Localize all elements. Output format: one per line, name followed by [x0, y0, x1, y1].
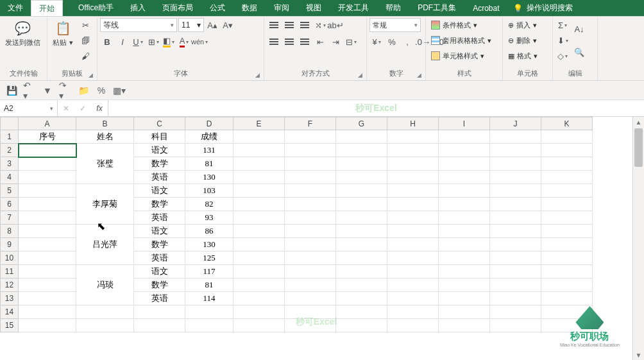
cell-I9[interactable]: [439, 238, 490, 252]
phonetic-button[interactable]: wén: [192, 35, 207, 49]
undo-button[interactable]: ↶ ▾: [23, 84, 36, 97]
cell-C2[interactable]: 语文: [134, 144, 185, 157]
cell-C1[interactable]: 科目: [134, 130, 185, 144]
cell-E8[interactable]: [233, 225, 285, 238]
cell-E5[interactable]: [233, 184, 285, 198]
cell-I6[interactable]: [439, 198, 490, 211]
cell-H10[interactable]: [387, 252, 439, 265]
cell-J8[interactable]: [490, 225, 541, 238]
cell-F5[interactable]: [285, 184, 336, 198]
cell-B5[interactable]: 李厚菊: [76, 184, 134, 225]
cell-K9[interactable]: [541, 238, 593, 252]
cell-C13[interactable]: 英语: [134, 292, 185, 305]
send-to-wechat-button[interactable]: 💬 发送到微信: [3, 18, 43, 47]
cell-C3[interactable]: 数学: [134, 157, 185, 171]
cell-H1[interactable]: [387, 130, 439, 144]
cell-D13[interactable]: 114: [185, 292, 233, 305]
cell-E1[interactable]: [233, 130, 285, 144]
format-painter-button[interactable]: 🖌: [78, 49, 92, 63]
wrap-text-button[interactable]: ab↵: [328, 18, 343, 32]
cell-C4[interactable]: 英语: [134, 171, 185, 184]
cut-button[interactable]: ✂: [78, 18, 92, 32]
format-cells-button[interactable]: ▦格式 ▾: [505, 49, 540, 63]
cell-I11[interactable]: [439, 265, 490, 279]
cell-K4[interactable]: [541, 171, 593, 184]
tab-insert[interactable]: 插入: [124, 3, 152, 13]
row-header-15[interactable]: 15: [1, 319, 19, 332]
cell-D15[interactable]: [185, 319, 233, 332]
conditional-format-button[interactable]: 条件格式 ▾: [428, 18, 480, 32]
cell-G1[interactable]: [336, 130, 387, 144]
cell-D11[interactable]: 117: [185, 265, 233, 279]
cell-I13[interactable]: [439, 292, 490, 305]
tab-office-helper[interactable]: Office助手: [72, 3, 120, 13]
cell-E2[interactable]: [233, 144, 285, 157]
cell-G6[interactable]: [336, 198, 387, 211]
cell-J6[interactable]: [490, 198, 541, 211]
cell-I10[interactable]: [439, 252, 490, 265]
column-header-E[interactable]: E: [233, 117, 285, 130]
cell-A5[interactable]: [19, 184, 76, 198]
cell-J7[interactable]: [490, 211, 541, 225]
column-header-I[interactable]: I: [439, 117, 490, 130]
cell-E11[interactable]: [233, 265, 285, 279]
percent-format-button[interactable]: %: [385, 35, 399, 49]
align-center-button[interactable]: [282, 35, 296, 49]
row-header-7[interactable]: 7: [1, 211, 19, 225]
cell-H13[interactable]: [387, 292, 439, 305]
cell-J12[interactable]: [490, 279, 541, 292]
cell-I15[interactable]: [439, 319, 490, 332]
cell-J1[interactable]: [490, 130, 541, 144]
cell-A9[interactable]: [19, 238, 76, 252]
cell-E14[interactable]: [233, 305, 285, 319]
find-select-button[interactable]: 🔍: [572, 41, 586, 63]
cell-F6[interactable]: [285, 198, 336, 211]
cell-H9[interactable]: [387, 238, 439, 252]
cell-G2[interactable]: [336, 144, 387, 157]
cell-B1[interactable]: 姓名: [76, 130, 134, 144]
cell-A12[interactable]: [19, 279, 76, 292]
cell-I7[interactable]: [439, 211, 490, 225]
fx-button[interactable]: fx: [91, 100, 108, 116]
row-header-12[interactable]: 12: [1, 279, 19, 292]
align-right-button[interactable]: [298, 35, 312, 49]
cell-I3[interactable]: [439, 157, 490, 171]
cell-D2[interactable]: 131: [185, 144, 233, 157]
cell-H7[interactable]: [387, 211, 439, 225]
row-header-13[interactable]: 13: [1, 292, 19, 305]
accounting-format-button[interactable]: ¥: [369, 35, 384, 49]
cell-F2[interactable]: [285, 144, 336, 157]
cell-I5[interactable]: [439, 184, 490, 198]
cell-G7[interactable]: [336, 211, 387, 225]
tab-page-layout[interactable]: 页面布局: [156, 3, 199, 13]
column-header-H[interactable]: H: [387, 117, 439, 130]
cell-F14[interactable]: [285, 305, 336, 319]
freeze-panes-button[interactable]: ▦ ▾: [113, 84, 126, 97]
cancel-formula-button[interactable]: ✕: [58, 100, 74, 116]
cell-I2[interactable]: [439, 144, 490, 157]
tab-formulas[interactable]: 公式: [203, 3, 232, 13]
cell-H15[interactable]: [387, 319, 439, 332]
cell-J10[interactable]: [490, 252, 541, 265]
column-header-D[interactable]: D: [185, 117, 233, 130]
column-header-F[interactable]: F: [285, 117, 336, 130]
cell-D14[interactable]: [185, 305, 233, 319]
cell-I4[interactable]: [439, 171, 490, 184]
filter-qat-button[interactable]: ▼: [41, 84, 54, 97]
column-header-J[interactable]: J: [490, 117, 541, 130]
cell-F11[interactable]: [285, 265, 336, 279]
cell-K5[interactable]: [541, 184, 593, 198]
cell-G8[interactable]: [336, 225, 387, 238]
delete-cells-button[interactable]: ⊖删除 ▾: [505, 33, 539, 47]
row-header-5[interactable]: 5: [1, 184, 19, 198]
cell-D3[interactable]: 81: [185, 157, 233, 171]
cell-D12[interactable]: 81: [185, 279, 233, 292]
cell-D6[interactable]: 82: [185, 198, 233, 211]
cell-J3[interactable]: [490, 157, 541, 171]
align-bottom-button[interactable]: [298, 18, 312, 32]
cell-A7[interactable]: [19, 211, 76, 225]
cell-C14[interactable]: [134, 305, 185, 319]
cell-K2[interactable]: [541, 144, 593, 157]
cell-E9[interactable]: [233, 238, 285, 252]
cell-G13[interactable]: [336, 292, 387, 305]
